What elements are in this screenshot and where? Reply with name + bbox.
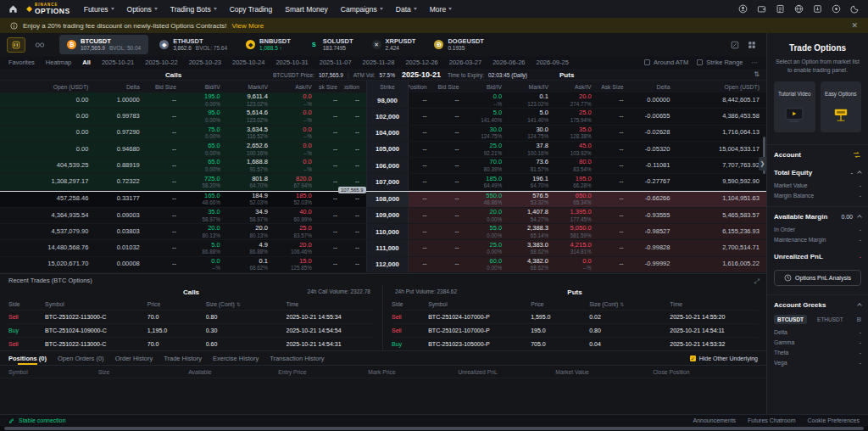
wallet-icon[interactable]	[757, 4, 766, 14]
expiry-tab-2026-06-26[interactable]: 2026-06-26	[492, 59, 525, 66]
option-row-112-000[interactable]: 15,020,671.700.00008--0.0--%0.168.62%15.…	[0, 257, 766, 273]
option-row-104-000[interactable]: 0.000.97290--75.00.00%3,634.5116.52%0.0-…	[0, 126, 766, 142]
greeks-tab-ethusdt[interactable]: ETHUSDT	[814, 315, 847, 324]
row-value: -	[860, 237, 861, 243]
coin-icon-bnb: ◆	[246, 40, 255, 49]
nav-item-more[interactable]: More	[430, 5, 452, 14]
user-icon[interactable]	[738, 4, 748, 14]
trade-side: Sell	[392, 324, 428, 337]
sort-icon[interactable]: ⇅	[620, 301, 624, 307]
footer-link-announcements[interactable]: Announcements	[693, 417, 737, 423]
options-pnl-analysis-label: Options PnL Analysis	[795, 275, 851, 281]
footer-link-futures-chatroom[interactable]: Futures Chatroom	[748, 417, 795, 423]
instrument-symbol: DOGEUSDT	[448, 37, 484, 45]
around-atm-label: Around ATM	[654, 59, 688, 66]
instrument-tab-btcusdt[interactable]: ₿BTCUSDT107,565.9BVOL: 50.04	[59, 35, 148, 55]
option-row-102-000[interactable]: 0.000.99783--95.00.00%5,614.6123.02%0.0-…	[0, 109, 766, 125]
option-row-106-000[interactable]: 404,539.250.88919--65.00.00%1,688.891.57…	[0, 158, 766, 174]
options-pnl-analysis-button[interactable]: Options PnL Analysis	[774, 270, 861, 286]
expiry-tab-heatmap[interactable]: Heatmap	[46, 59, 71, 66]
footer-link-cookie-preferences[interactable]: Cookie Preferences	[808, 417, 860, 423]
positions-tab-positions-0[interactable]: Positions (0)	[8, 351, 47, 365]
support-icon[interactable]	[832, 4, 841, 14]
compare-icon[interactable]	[31, 37, 49, 53]
trade-row[interactable]: BuyBTC-251023-105000-P705.00.042025-10-2…	[392, 337, 758, 350]
market-grid-icon[interactable]	[7, 37, 25, 53]
expiry-tab-2025-10-21[interactable]: 2025-10-21	[102, 59, 134, 66]
banner-close-icon[interactable]: ✕	[851, 21, 858, 30]
trade-row[interactable]: BuyBTC-251024-109000-C1,195.00.302025-10…	[8, 323, 374, 337]
expiry-tab-all[interactable]: All	[82, 59, 91, 66]
nav-item-trading-bots[interactable]: Trading Bots	[170, 5, 217, 14]
globe-icon[interactable]	[794, 4, 804, 14]
card-tutorial-video[interactable]: Tutorial Video	[774, 81, 815, 132]
collapse-chevron-icon[interactable]	[857, 303, 862, 308]
positions-tab-trade-history[interactable]: Trade History	[164, 351, 202, 365]
card-easy-options[interactable]: Easy Options	[821, 81, 862, 132]
option-row-111-000[interactable]: 14,480,568.760.01032--5.086.88%4.986.88%…	[0, 240, 766, 256]
theme-moon-icon[interactable]	[850, 4, 860, 14]
nav-item-futures[interactable]: Futures	[84, 5, 114, 14]
coin-icon-xrp: ✕	[372, 40, 381, 49]
transfer-icon[interactable]	[853, 151, 861, 159]
home-icon[interactable]	[8, 4, 18, 14]
expiry-tab-2025-10-31[interactable]: 2025-10-31	[275, 59, 308, 66]
positions-tab-open-orders-0[interactable]: Open Orders (0)	[58, 351, 104, 365]
sort-icon[interactable]: ⇅	[236, 301, 241, 307]
nav-item-options[interactable]: Options	[127, 5, 158, 14]
collapse-chevron-icon[interactable]	[857, 171, 862, 176]
instrument-tab-xrpusdt[interactable]: ✕XRPUSDT2.424	[364, 35, 424, 55]
nav-item-data[interactable]: Data	[396, 5, 417, 14]
customize-icon[interactable]	[731, 41, 739, 49]
instrument-tab-bnbusdt[interactable]: ◆BNBUSDT1,088.5 ↑	[238, 35, 298, 55]
orders-icon[interactable]	[776, 4, 785, 14]
chain-title-bar: Calls BTCUSDT Price:107,565.9 | ATM Vol:…	[0, 69, 766, 81]
trade-row[interactable]: SellBTC-251024-107000-P1,595.00.022025-1…	[392, 310, 758, 323]
hide-other-underlying-checkbox[interactable]: ✓ Hide Other Underlying	[690, 355, 758, 361]
greeks-tab-bnbusdt[interactable]: BNBUSDT	[854, 315, 861, 324]
instrument-tab-solusdt[interactable]: SSOLUSDT183.7495	[302, 35, 361, 55]
nav-item-campaigns[interactable]: Campaigns	[341, 5, 383, 14]
option-row-108-000[interactable]: 457,258.460.33177--165.048.66%184.952.03…	[0, 191, 766, 208]
strike-107-000: 107,000	[366, 174, 409, 189]
expand-chevron-icon[interactable]: ❯	[759, 157, 766, 171]
expiry-tab-2025-10-22[interactable]: 2025-10-22	[145, 59, 177, 66]
option-row-107-000[interactable]: 1,308,297.170.72322--725.058.20%801.864.…	[0, 174, 766, 190]
option-row-109-000[interactable]: 4,364,935.540.09003--35.058.97%34.958.97…	[0, 208, 766, 224]
option-row-98-000[interactable]: 0.001.00000--195.00.00%9,611.4123.02%0.0…	[0, 92, 766, 109]
option-row-105-000[interactable]: 0.000.94680--65.00.00%2,652.6100.16%0.0-…	[0, 142, 766, 158]
expiry-tab-favorites[interactable]: Favorites	[8, 59, 35, 66]
nav-item-smart-money[interactable]: Smart Money	[285, 5, 328, 14]
trade-row[interactable]: SellBTC-251021-107000-P195.00.802025-10-…	[392, 323, 758, 337]
column-settings-icon[interactable]: ⇅	[754, 70, 760, 78]
banner-view-more-link[interactable]: View More	[232, 22, 264, 30]
options-chain: ❯ 0.001.00000--195.00.00%9,611.4123.02%0…	[0, 92, 766, 273]
rt-col-size-cont: Size (Cont)⇅	[206, 299, 287, 310]
expiry-tab-2026-09-25[interactable]: 2026-09-25	[537, 59, 569, 66]
expiry-tab-2025-11-28[interactable]: 2025-11-28	[363, 59, 395, 66]
greeks-tab-btcusdt[interactable]: BTCUSDT	[774, 315, 807, 324]
positions-tab-transaction-history[interactable]: Transaction History	[270, 351, 324, 365]
expiry-tab-2026-03-27[interactable]: 2026-03-27	[449, 59, 481, 66]
binance-options-logo[interactable]: ◆ BINANCE OPTIONS	[26, 3, 70, 14]
expiry-tab-2025-11-07[interactable]: 2025-11-07	[320, 59, 352, 66]
positions-tab-order-history[interactable]: Order History	[115, 351, 153, 365]
expiry-tab-2025-10-23[interactable]: 2025-10-23	[189, 59, 221, 66]
more-options-icon[interactable]: ⋯	[752, 59, 759, 66]
nav-item-copy-trading[interactable]: Copy Trading	[230, 5, 273, 14]
expiry-tab-2025-12-26[interactable]: 2025-12-26	[405, 59, 437, 66]
strike-range-checkbox[interactable]: Strike Range	[697, 59, 743, 66]
option-row-110-000[interactable]: 4,537,079.900.03803--20.080.13%20.080.13…	[0, 224, 766, 240]
grid-view-icon[interactable]	[748, 41, 756, 49]
instrument-tab-dogeusdt[interactable]: ÐDOGEUSDT0.1935	[426, 35, 492, 55]
trade-row[interactable]: SellBTC-251022-113000-C70.00.802025-10-2…	[8, 310, 374, 323]
download-app-icon[interactable]	[813, 4, 822, 14]
trade-row[interactable]: SellBTC-251022-113000-C70.00.602025-10-2…	[8, 337, 374, 350]
promo-banner: Enjoy a 20% trading fee discount on newl…	[0, 18, 868, 33]
instrument-tab-ethusdt[interactable]: ◆ETHUSDT3,862.6BVOL: 75.64	[152, 35, 235, 55]
collapse-chevron-icon[interactable]	[857, 215, 862, 220]
horizontal-scrollbar[interactable]	[0, 426, 868, 431]
positions-tab-exercise-history[interactable]: Exercise History	[213, 351, 259, 365]
around-atm-checkbox[interactable]: Around ATM	[644, 59, 688, 66]
expiry-tab-2025-10-24[interactable]: 2025-10-24	[232, 59, 264, 66]
